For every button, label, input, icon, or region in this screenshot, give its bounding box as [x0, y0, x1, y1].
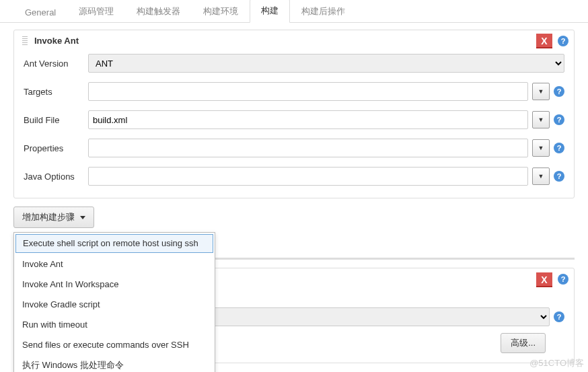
advanced-button[interactable]: 高级...	[501, 333, 546, 353]
properties-label: Properties	[24, 143, 88, 153]
targets-input[interactable]	[88, 82, 528, 101]
menu-item-send-files-ssh[interactable]: Send files or execute commands over SSH	[14, 335, 215, 355]
tab-scm[interactable]: 源码管理	[67, 0, 125, 23]
invoke-ant-block: Invoke Ant X ? Ant Version ANT Targets ▼…	[13, 30, 575, 198]
menu-item-ssh-shell[interactable]: Execute shell script on remote host usin…	[15, 234, 213, 253]
add-step-menu: Execute shell script on remote host usin…	[13, 232, 215, 372]
targets-label: Targets	[24, 87, 88, 97]
caret-down-icon	[80, 216, 85, 219]
menu-item-invoke-ant-workspace[interactable]: Invoke Ant In Workspace	[14, 274, 215, 295]
javaoptions-input[interactable]	[88, 167, 528, 186]
config-tabs: General 源码管理 构建触发器 构建环境 构建 构建后操作	[0, 0, 588, 23]
build-section: Invoke Ant X ? Ant Version ANT Targets ▼…	[0, 23, 588, 372]
help-icon[interactable]: ?	[554, 143, 564, 153]
javaoptions-label: Java Options	[24, 172, 88, 182]
help-icon[interactable]: ?	[558, 36, 568, 46]
tab-post[interactable]: 构建后操作	[290, 0, 357, 23]
properties-expand-button[interactable]: ▼	[532, 139, 550, 157]
tab-build[interactable]: 构建	[250, 0, 290, 23]
menu-item-invoke-gradle[interactable]: Invoke Gradle script	[14, 295, 215, 315]
targets-expand-button[interactable]: ▼	[532, 83, 550, 100]
delete-step-button[interactable]: X	[536, 34, 552, 48]
buildfile-input[interactable]	[88, 110, 528, 129]
drag-handle-icon[interactable]	[22, 36, 28, 46]
menu-item-windows-batch[interactable]: 执行 Windows 批处理命令	[14, 355, 215, 372]
add-build-step-button[interactable]: 增加构建步骤	[13, 207, 94, 228]
help-icon[interactable]: ?	[554, 171, 564, 182]
tab-triggers[interactable]: 构建触发器	[125, 0, 192, 23]
delete-step-button[interactable]: X	[536, 272, 552, 287]
block-title: Invoke Ant	[34, 36, 79, 46]
add-build-step-wrapper: 增加构建步骤 Execute shell script on remote ho…	[13, 207, 575, 231]
buildfile-expand-button[interactable]: ▼	[532, 111, 550, 128]
add-step-label: 增加构建步骤	[22, 211, 75, 223]
ant-version-label: Ant Version	[24, 59, 88, 69]
tab-general[interactable]: General	[13, 1, 67, 23]
help-icon[interactable]: ?	[554, 114, 564, 125]
javaoptions-expand-button[interactable]: ▼	[532, 168, 550, 185]
menu-item-run-timeout[interactable]: Run with timeout	[14, 315, 215, 335]
properties-input[interactable]	[88, 139, 528, 157]
help-icon[interactable]: ?	[558, 274, 568, 285]
tab-env[interactable]: 构建环境	[192, 0, 250, 23]
menu-item-invoke-ant[interactable]: Invoke Ant	[14, 254, 215, 274]
help-icon[interactable]: ?	[554, 311, 564, 322]
buildfile-label: Build File	[24, 115, 88, 125]
ant-version-select[interactable]: ANT	[88, 54, 564, 73]
help-icon[interactable]: ?	[554, 86, 564, 97]
